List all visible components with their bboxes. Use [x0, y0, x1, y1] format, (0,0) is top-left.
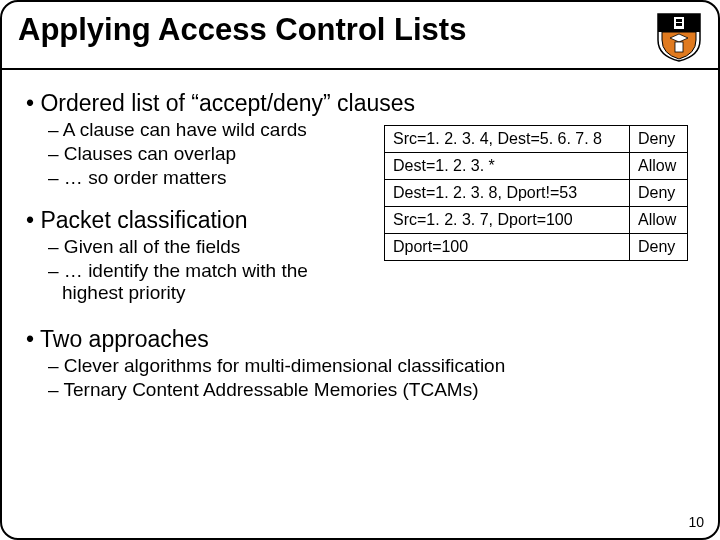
- bullet-packet-classification: Packet classification: [26, 207, 336, 234]
- action-cell: Deny: [630, 180, 688, 207]
- svg-rect-1: [676, 19, 682, 22]
- action-cell: Allow: [630, 153, 688, 180]
- sub-bullet: A clause can have wild cards: [48, 119, 336, 141]
- action-cell: Allow: [630, 207, 688, 234]
- sub-bullet: Clever algorithms for multi-dimensional …: [48, 355, 694, 377]
- slide-body: Ordered list of “accept/deny” clauses A …: [2, 70, 718, 401]
- table-row: Src=1. 2. 3. 7, Dport=100 Allow: [385, 207, 688, 234]
- two-column-region: A clause can have wild cards Clauses can…: [26, 119, 694, 304]
- left-column: A clause can have wild cards Clauses can…: [26, 119, 336, 304]
- table-row: Dest=1. 2. 3. 8, Dport!=53 Deny: [385, 180, 688, 207]
- page-number: 10: [688, 514, 704, 530]
- rule-cell: Dest=1. 2. 3. *: [385, 153, 630, 180]
- sub-bullet: Ternary Content Addressable Memories (TC…: [48, 379, 694, 401]
- table-row: Src=1. 2. 3. 4, Dest=5. 6. 7. 8 Deny: [385, 126, 688, 153]
- rule-cell: Src=1. 2. 3. 7, Dport=100: [385, 207, 630, 234]
- slide-title: Applying Access Control Lists: [18, 12, 466, 48]
- princeton-crest-icon: [656, 12, 702, 62]
- bullet-two-approaches: Two approaches: [26, 326, 694, 353]
- bullet-ordered-list: Ordered list of “accept/deny” clauses: [26, 90, 694, 117]
- slide: Applying Access Control Lists Ordered li…: [0, 0, 720, 540]
- action-cell: Deny: [630, 234, 688, 261]
- table-row: Dest=1. 2. 3. * Allow: [385, 153, 688, 180]
- action-cell: Deny: [630, 126, 688, 153]
- rule-cell: Dest=1. 2. 3. 8, Dport!=53: [385, 180, 630, 207]
- sub-bullet: … identify the match with the highest pr…: [48, 260, 336, 304]
- sub-bullet: … so order matters: [48, 167, 336, 189]
- acl-rules-table: Src=1. 2. 3. 4, Dest=5. 6. 7. 8 Deny Des…: [384, 125, 688, 261]
- rule-cell: Dport=100: [385, 234, 630, 261]
- svg-rect-2: [676, 23, 682, 26]
- svg-rect-3: [675, 42, 683, 52]
- sub-bullet: Clauses can overlap: [48, 143, 336, 165]
- sub-bullet: Given all of the fields: [48, 236, 336, 258]
- table-row: Dport=100 Deny: [385, 234, 688, 261]
- title-row: Applying Access Control Lists: [2, 2, 718, 66]
- rule-cell: Src=1. 2. 3. 4, Dest=5. 6. 7. 8: [385, 126, 630, 153]
